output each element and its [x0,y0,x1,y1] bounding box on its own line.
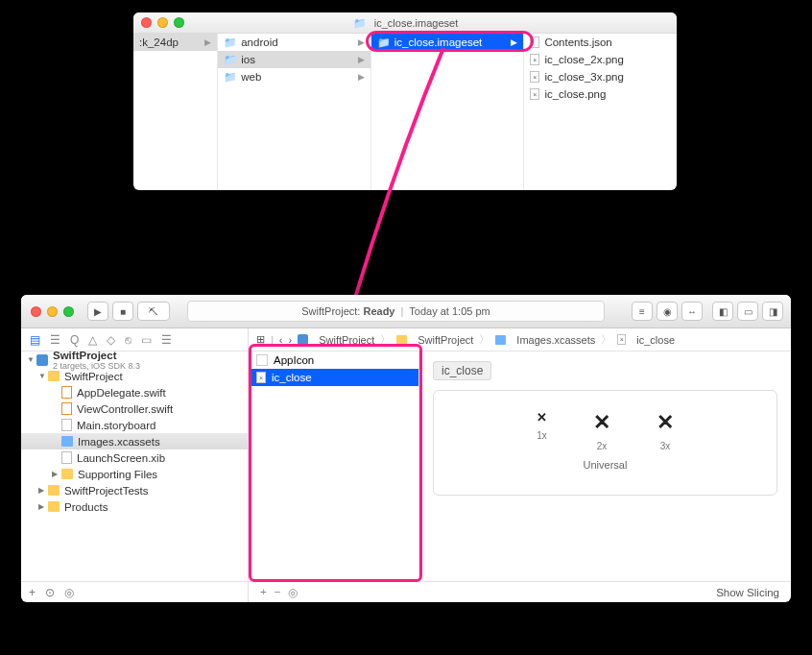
filter-scm-button[interactable]: ◎ [64,586,74,599]
asset-editor: AppIcon × ic_close ic_close ✕1x ✕2x ✕3 [249,352,791,581]
issue-navigator-tab[interactable]: △ [88,333,97,347]
crumb[interactable]: SwiftProject [319,334,374,346]
asset-item-appicon[interactable]: AppIcon [249,352,418,369]
navigator-pane: ▤ ☰ Q △ ◇ ⎋ ▭ ☰ ▼ SwiftProject 2 targets… [21,328,249,602]
asset-slot-2x[interactable]: ✕2x [593,410,610,451]
minimize-window-button[interactable] [157,17,168,28]
window-title: ic_close.imageset [192,17,619,29]
standard-editor-button[interactable]: ≡ [632,302,653,321]
filter-recent-button[interactable]: ⊙ [45,586,55,599]
chevron-right-icon: ▶ [358,37,365,47]
close-window-button[interactable] [31,306,41,317]
asset-item-icclose[interactable]: × ic_close [249,369,418,386]
tree-label: Images.xcassets [78,436,160,448]
disclosure-triangle-icon[interactable]: ▶ [38,502,46,511]
finder-item-file[interactable]: × ic_close_3x.png [524,68,677,85]
chevron-right-icon: ▶ [358,55,365,64]
tree-project[interactable]: ▼ SwiftProject 2 targets, iOS SDK 8.3 [21,352,248,368]
finder-column-2[interactable]: android ▶ ios ▶ web ▶ [218,34,371,190]
finder-column-4[interactable]: Contents.json × ic_close_2x.png × ic_clo… [524,34,677,190]
finder-columns: :k_24dp ▶ android ▶ ios ▶ web ▶ [133,34,677,190]
assistant-editor-button[interactable]: ◉ [657,302,678,321]
editor-mode-buttons: ≡ ◉ ↔ [628,302,703,321]
disclosure-triangle-icon[interactable]: ▶ [38,486,46,495]
tree-file[interactable]: LaunchScreen.xib [21,449,248,466]
swift-file-icon [61,386,72,399]
version-editor-button[interactable]: ↔ [681,302,703,321]
disclosure-triangle-icon[interactable]: ▶ [52,470,60,478]
asset-slot-3x[interactable]: ✕3x [657,410,674,451]
project-tree[interactable]: ▼ SwiftProject 2 targets, iOS SDK 8.3 ▼ … [21,352,248,581]
asset-canvas: ic_close ✕1x ✕2x ✕3x Universal [419,352,791,581]
jump-bar[interactable]: ⊞ | ‹ › SwiftProject 〉 SwiftProject 〉 Im… [249,328,791,352]
disclosure-triangle-icon[interactable]: ▼ [38,372,46,380]
finder-item-ios[interactable]: ios ▶ [218,51,370,68]
finder-item[interactable]: :k_24dp ▶ [133,34,217,51]
add-button[interactable]: + [29,586,36,599]
add-asset-button[interactable]: + [260,586,267,599]
xcassets-icon [61,436,73,447]
tree-label: Supporting Files [78,469,157,480]
crumb[interactable]: Images.xcassets [516,334,595,346]
finder-item-web[interactable]: web ▶ [218,68,370,85]
crumb[interactable]: ic_close [636,334,675,346]
item-label: ic_close_3x.png [544,71,623,83]
asset-list[interactable]: AppIcon × ic_close [249,352,419,581]
project-navigator-tab[interactable]: ▤ [30,333,40,347]
toggle-navigator-button[interactable]: ◧ [712,302,733,321]
item-label: android [241,36,277,48]
back-button[interactable]: ‹ [279,334,283,346]
asset-label: AppIcon [274,354,314,366]
navigator-tabs: ▤ ☰ Q △ ◇ ⎋ ▭ ☰ [21,328,248,352]
tree-folder[interactable]: ▶ Supporting Files [21,466,248,482]
forward-button[interactable]: › [289,334,293,346]
zoom-window-button[interactable] [63,306,74,317]
show-slicing-button[interactable]: Show Slicing [716,587,779,598]
tree-file[interactable]: Main.storyboard [21,417,248,433]
remove-asset-button[interactable]: − [275,586,281,599]
finder-column-1[interactable]: :k_24dp ▶ [133,34,218,190]
tree-file-selected[interactable]: Images.xcassets [21,433,248,449]
window-title-text: ic_close.imageset [374,17,458,29]
tree-file[interactable]: AppDelegate.swift [21,384,248,400]
finder-column-3[interactable]: ic_close.imageset ▶ [371,34,525,190]
test-navigator-tab[interactable]: ◇ [107,333,115,347]
activity-status: SwiftProject: Ready | Today at 1:05 pm [187,301,605,322]
tree-label: ViewController.swift [77,403,173,415]
disclosure-triangle-icon[interactable]: ▼ [27,355,35,364]
project-icon [36,354,48,366]
scheme-selector[interactable]: ⛏ [137,302,170,321]
project-icon [298,334,308,345]
tree-file[interactable]: ViewController.swift [21,400,248,417]
folder-icon [48,501,60,512]
zoom-window-button[interactable] [174,17,184,28]
traffic-lights [21,306,84,317]
tree-folder[interactable]: ▶ SwiftProjectTests [21,482,248,498]
find-navigator-tab[interactable]: Q [70,333,79,347]
debug-navigator-tab[interactable]: ⎋ [125,333,131,347]
crumb[interactable]: SwiftProject [418,334,473,346]
filter-button[interactable]: ◎ [288,586,298,599]
toggle-utilities-button[interactable]: ◨ [762,302,783,321]
finder-item-file[interactable]: × ic_close.png [524,85,677,103]
report-navigator-tab[interactable]: ☰ [161,333,172,347]
symbol-navigator-tab[interactable]: ☰ [50,333,60,347]
toggle-debug-button[interactable]: ▭ [737,302,758,321]
close-window-button[interactable] [141,17,152,28]
run-button[interactable]: ▶ [87,302,108,321]
grid-icon[interactable]: ⊞ [256,333,265,346]
finder-item-file[interactable]: Contents.json [524,34,677,51]
hammer-icon: ⛏ [149,306,158,317]
editor-area: ⊞ | ‹ › SwiftProject 〉 SwiftProject 〉 Im… [249,328,791,602]
project-name: SwiftProject [53,352,116,361]
stop-button[interactable]: ■ [112,302,133,321]
tree-folder[interactable]: ▶ Products [21,498,248,515]
file-icon: × [530,88,539,100]
asset-slot-1x[interactable]: ✕1x [537,410,547,451]
finder-item-file[interactable]: × ic_close_2x.png [524,51,677,68]
minimize-window-button[interactable] [47,306,58,317]
finder-item-android[interactable]: android ▶ [218,34,370,51]
tree-folder[interactable]: ▼ SwiftProject [21,368,248,384]
breakpoint-navigator-tab[interactable]: ▭ [141,333,152,347]
folder-icon [396,335,407,345]
